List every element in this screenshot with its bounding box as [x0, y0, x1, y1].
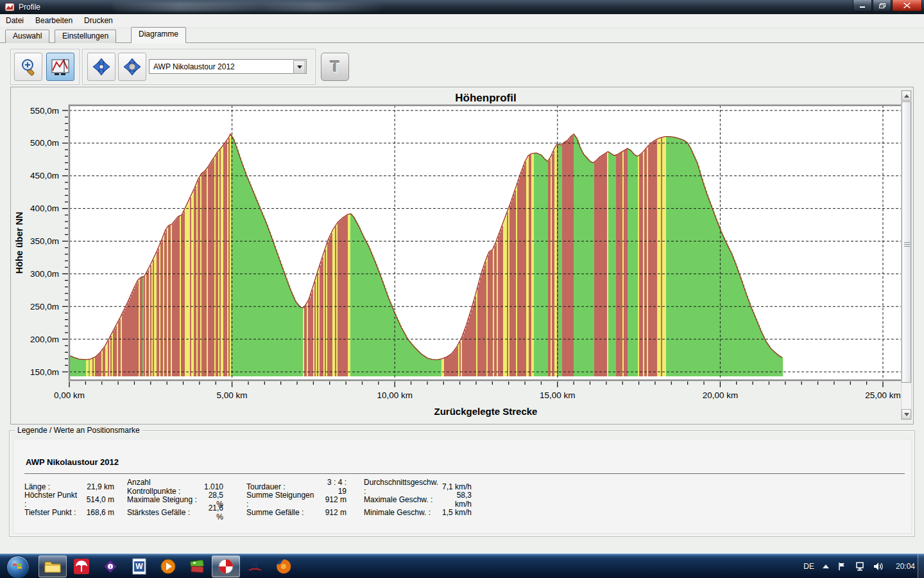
taskbar-app-gps-game[interactable] [183, 556, 211, 577]
show-desktop-button[interactable] [918, 554, 924, 578]
stat-value: 58,3 km/h [441, 491, 472, 509]
profile-app-icon [218, 558, 234, 575]
gps-game-icon [189, 559, 205, 574]
taskbar-app-media-player[interactable] [154, 556, 182, 577]
window-title: Profile [19, 3, 40, 12]
svg-text:S: S [251, 560, 259, 572]
fit-zoom-button[interactable] [118, 53, 146, 81]
svg-text:150,0m: 150,0m [30, 367, 59, 377]
stat-row: Tiefster Punkt :168,6 m [24, 506, 114, 519]
tab-auswahl[interactable]: Auswahl [5, 30, 49, 43]
legend-groupbox: Legende / Werte an Positionsmarke AWP Ni… [9, 430, 915, 537]
stat-label: Länge : [24, 482, 81, 491]
stat-value: 21,6 % [200, 504, 223, 521]
stat-label: Durchschnittsgeschw. : [364, 478, 441, 496]
stat-value: 3 : 4 : 19 [317, 478, 346, 496]
scrollbar-thumb[interactable] [902, 101, 911, 383]
show-hidden-icons-button[interactable] [823, 565, 829, 568]
taskbar-app-s-tool[interactable]: S [241, 556, 269, 577]
windows-logo-icon [12, 561, 22, 572]
minimize-button[interactable] [853, 0, 872, 12]
stat-value: 168,6 m [81, 508, 114, 517]
svg-text:15,00 km: 15,00 km [540, 390, 576, 400]
legend-divider [24, 473, 905, 474]
scroll-down-button[interactable] [902, 409, 911, 419]
stat-label: Summe Steigungen : [246, 491, 317, 509]
tour-select-combobox[interactable]: AWP Nikolaustour 2012 [149, 59, 307, 74]
stat-value: 514,0 m [81, 495, 114, 504]
elevation-chart-svg[interactable]: 150,0m200,0m250,0m300,0m350,0m400,0m450,… [11, 87, 902, 424]
stat-label: Stärkstes Gefälle : [127, 508, 200, 517]
svg-text:Höhenprofil: Höhenprofil [455, 92, 516, 104]
stat-label: Maximale Geschw. : [364, 495, 441, 504]
text-tool-button[interactable]: T [321, 53, 349, 81]
stat-row: Maximale Geschw. :58,3 km/h [364, 493, 472, 506]
stat-value: 1,5 km/h [441, 508, 472, 517]
svg-text:200,0m: 200,0m [30, 335, 59, 344]
fit-view-button[interactable] [87, 53, 116, 81]
arrows-collapse-icon [91, 57, 112, 77]
stat-value: 1.010 [200, 482, 223, 491]
tab-einstellungen[interactable]: Einstellungen [55, 30, 116, 43]
menu-item-bearbeiten[interactable]: Bearbeiten [30, 14, 78, 27]
legend-panel: AWP Nikolaustour 2012 Länge :21,9 kmHöch… [13, 439, 912, 534]
svg-text:550,0m: 550,0m [30, 106, 59, 116]
stat-value: 912 m [317, 495, 346, 504]
stat-column-2: Anzahl Kontrollpunkte :1.010Maximale Ste… [127, 480, 223, 519]
window-titlebar[interactable]: Profile [0, 0, 924, 14]
svg-text:Höhe über NN: Höhe über NN [14, 212, 24, 274]
stat-row: Summe Gefälle :912 m [246, 506, 346, 519]
svg-text:5,00 km: 5,00 km [217, 390, 248, 400]
taskbar-app-browser[interactable] [270, 556, 298, 577]
taskbar-app-explorer[interactable] [38, 556, 67, 577]
taskbar-app-profile-app[interactable] [212, 556, 240, 577]
taskbar-app-avira[interactable] [67, 556, 96, 577]
scrollbar-grip [904, 242, 910, 247]
svg-text:400,0m: 400,0m [30, 204, 59, 213]
arrows-collapse-magnifier-icon [122, 57, 142, 77]
legend-groupbox-title: Legende / Werte an Positionsmarke [15, 426, 142, 435]
stat-value: 21,9 km [81, 482, 114, 491]
stat-column-1: Länge :21,9 kmHöchster Punkt :514,0 mTie… [24, 480, 114, 519]
taskbar-app-word[interactable]: W [125, 556, 153, 577]
scroll-up-button[interactable] [902, 91, 911, 101]
volume-icon[interactable] [873, 562, 884, 571]
restore-button[interactable] [873, 0, 891, 12]
stat-label: Minimale Geschw. : [364, 508, 441, 517]
stat-row: Höchster Punkt :514,0 m [24, 493, 114, 506]
system-tray: DE 20:04 [803, 554, 915, 578]
chart-vertical-scrollbar[interactable] [901, 90, 912, 420]
svg-text:20,00 km: 20,00 km [703, 390, 739, 400]
zoom-tool-button[interactable] [14, 53, 42, 81]
svg-text:0,00 km: 0,00 km [54, 390, 85, 400]
start-button[interactable] [6, 556, 30, 578]
close-button[interactable] [892, 0, 922, 12]
taskbar-clock[interactable]: 20:04 [896, 562, 915, 571]
magnifier-plus-icon [19, 57, 38, 76]
chart-panel: 150,0m200,0m250,0m300,0m350,0m400,0m450,… [10, 87, 914, 425]
combo-dropdown-button[interactable] [293, 60, 305, 74]
background-window-ghost [112, 2, 382, 12]
stat-label: Anzahl Kontrollpunkte : [127, 478, 200, 496]
browser-icon [275, 558, 292, 575]
stat-column-4: Durchschnittsgeschw. :7,1 km/hMaximale G… [364, 480, 472, 519]
tour-select-value: AWP Nikolaustour 2012 [153, 62, 235, 71]
menu-item-datei[interactable]: Datei [0, 14, 30, 27]
arrow-up-icon [904, 94, 909, 98]
explorer-icon [44, 559, 62, 574]
stat-row: Stärkstes Gefälle :21,6 % [127, 506, 223, 519]
network-icon[interactable] [855, 562, 865, 571]
avira-icon [73, 558, 90, 575]
menu-item-drucken[interactable]: Drucken [78, 14, 119, 27]
stat-label: Tourdauer : [246, 482, 317, 491]
stat-label: Tiefster Punkt : [24, 508, 81, 517]
media-player-icon [160, 558, 176, 575]
elevation-profile-tool-button[interactable] [46, 53, 74, 81]
tab-diagramme[interactable]: Diagramme [131, 27, 186, 43]
language-indicator[interactable]: DE [803, 562, 814, 571]
stat-row: Summe Steigungen :912 m [246, 493, 346, 506]
action-center-flag-icon[interactable] [837, 562, 846, 571]
taskbar-app-media-info[interactable]: i [96, 556, 124, 577]
legend-tour-name: AWP Nikolaustour 2012 [26, 457, 119, 467]
tab-strip: AuswahlEinstellungenDiagramme [0, 28, 924, 43]
